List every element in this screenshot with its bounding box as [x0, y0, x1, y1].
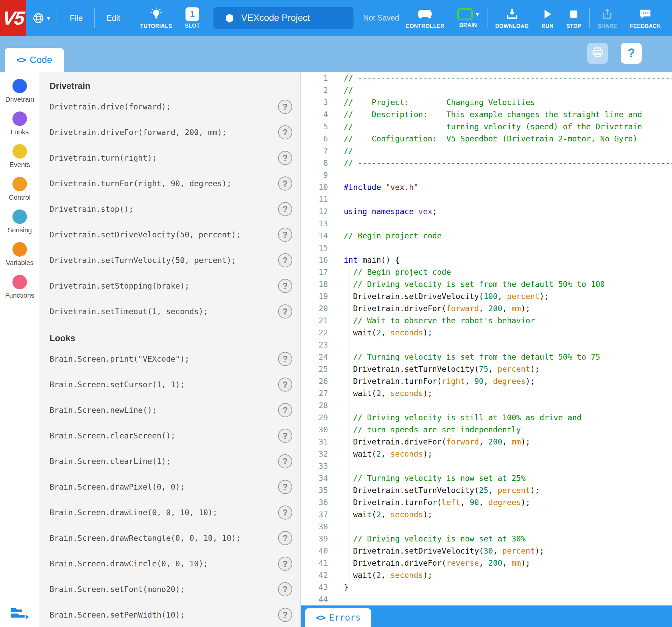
sidebar-item-control[interactable]: Control [0, 177, 40, 201]
tab-code[interactable]: <> Code [5, 48, 64, 72]
command-help-button[interactable]: ? [278, 480, 292, 494]
command-help-button[interactable]: ? [278, 582, 292, 596]
code-line[interactable]: 7// [301, 145, 672, 157]
code-line[interactable]: 22 wait(2, seconds); [301, 327, 672, 339]
command-help-button[interactable]: ? [278, 125, 292, 139]
command-help-button[interactable]: ? [278, 505, 292, 520]
controller-button[interactable]: CONTROLLER [399, 7, 451, 29]
code-line[interactable]: 38 [301, 521, 672, 533]
command-help-button[interactable]: ? [278, 253, 292, 267]
slot-button[interactable]: 1 SLOT [178, 7, 206, 29]
command-help-button[interactable]: ? [278, 227, 292, 242]
brain-button[interactable]: ▾ BRAIN [451, 8, 485, 28]
code-line[interactable]: 39 // Driving velocity is now set at 30% [301, 533, 672, 545]
code-line[interactable]: 6// Configuration: V5 Speedbot (Drivetra… [301, 133, 672, 145]
code-line[interactable]: 2// [301, 84, 672, 96]
command-help-button[interactable]: ? [278, 352, 292, 366]
palette-command-row[interactable]: Drivetrain.stop();? [40, 196, 300, 222]
code-line[interactable]: 24 // Turning velocity is set from the d… [301, 351, 672, 363]
code-line[interactable]: 27 wait(2, seconds); [301, 387, 672, 400]
code-line[interactable]: 28 [301, 400, 672, 411]
code-line[interactable]: 33 [301, 460, 672, 472]
code-line[interactable]: 1// ------------------------------------… [301, 72, 672, 84]
code-line[interactable]: 9 [301, 169, 672, 181]
palette-command-row[interactable]: Drivetrain.drive(forward);? [40, 94, 300, 120]
sidebar-item-sensing[interactable]: Sensing [0, 210, 40, 234]
palette-command-row[interactable]: Brain.Screen.newLine();? [40, 397, 300, 423]
command-help-button[interactable]: ? [278, 378, 292, 392]
code-line[interactable]: 42 wait(2, seconds); [301, 569, 672, 581]
code-line[interactable]: 4// Description: This example changes th… [301, 108, 672, 121]
code-line[interactable]: 35 Drivetrain.setTurnVelocity(25, percen… [301, 484, 672, 496]
sidebar-item-drivetrain[interactable]: Drivetrain [0, 79, 40, 103]
code-line[interactable]: 44 [301, 593, 672, 605]
code-line[interactable]: 25 Drivetrain.setTurnVelocity(75, percen… [301, 363, 672, 375]
command-help-button[interactable]: ? [278, 305, 292, 318]
print-button[interactable] [587, 43, 608, 64]
code-line[interactable]: 36 Drivetrain.turnFor(left, 90, degrees)… [301, 496, 672, 508]
code-line[interactable]: 15 [301, 242, 672, 254]
palette-command-row[interactable]: Brain.Screen.setCursor(1, 1);? [40, 372, 300, 397]
command-help-button[interactable]: ? [278, 100, 292, 114]
code-line[interactable]: 18 // Driving velocity is set from the d… [301, 278, 672, 290]
palette-command-row[interactable]: Brain.Screen.setPenWidth(10);? [40, 602, 300, 627]
palette-command-row[interactable]: Drivetrain.setDriveVelocity(50, percent)… [40, 222, 300, 247]
share-button[interactable]: SHARE [591, 7, 624, 29]
code-line[interactable]: 23 [301, 339, 672, 351]
command-help-button[interactable]: ? [278, 557, 292, 571]
tab-errors[interactable]: <> Errors [305, 608, 371, 627]
code-line[interactable]: 20 Drivetrain.driveFor(forward, 200, mm)… [301, 303, 672, 314]
palette-command-row[interactable]: Brain.Screen.clearScreen();? [40, 423, 300, 449]
code-editor[interactable]: 1// ------------------------------------… [300, 72, 672, 627]
sidebar-item-events[interactable]: Events [0, 144, 40, 169]
code-line[interactable]: 14// Begin project code [301, 230, 672, 242]
code-line[interactable]: 17 // Begin project code [301, 266, 672, 278]
sidebar-item-variables[interactable]: Variables [0, 242, 40, 267]
code-line[interactable]: 12using namespace vex; [301, 206, 672, 218]
code-line[interactable]: 30 // turn speeds are set independently [301, 424, 672, 436]
code-line[interactable]: 43} [301, 581, 672, 593]
code-line[interactable]: 37 wait(2, seconds); [301, 508, 672, 521]
code-line[interactable]: 29 // Driving velocity is still at 100% … [301, 411, 672, 424]
code-line[interactable]: 11 [301, 193, 672, 206]
code-line[interactable]: 32 wait(2, seconds); [301, 448, 672, 460]
edit-menu[interactable]: Edit [96, 14, 130, 23]
palette-command-row[interactable]: Brain.Screen.drawLine(0, 0, 10, 10);? [40, 500, 300, 525]
palette-command-row[interactable]: Brain.Screen.clearLine(1);? [40, 449, 300, 474]
code-line[interactable]: 31 Drivetrain.driveFor(forward, 200, mm)… [301, 436, 672, 448]
command-help-button[interactable]: ? [278, 531, 292, 545]
command-help-button[interactable]: ? [278, 151, 292, 165]
command-help-button[interactable]: ? [278, 403, 292, 417]
palette-command-row[interactable]: Drivetrain.turn(right);? [40, 145, 300, 171]
sidebar-item-functions[interactable]: Functions [0, 275, 40, 299]
code-line[interactable]: 8// ------------------------------------… [301, 157, 672, 169]
sidebar-item-looks[interactable]: Looks [0, 112, 40, 136]
code-line[interactable]: 10#include "vex.h" [301, 181, 672, 193]
vex-logo[interactable]: V5 [0, 0, 26, 36]
palette-command-row[interactable]: Brain.Screen.drawPixel(0, 0);? [40, 474, 300, 500]
code-line[interactable]: 5// turning velocity (speed) of the Driv… [301, 121, 672, 133]
palette-command-row[interactable]: Brain.Screen.print("VEXcode");? [40, 346, 300, 372]
palette-command-row[interactable]: Brain.Screen.setFont(mono20);? [40, 577, 300, 602]
command-help-button[interactable]: ? [278, 608, 292, 622]
tutorials-button[interactable]: TUTORIALS [134, 7, 178, 29]
code-line[interactable]: 19 Drivetrain.setDriveVelocity(100, perc… [301, 290, 672, 303]
palette-command-row[interactable]: Drivetrain.turnFor(right, 90, degrees);? [40, 171, 300, 196]
command-help-button[interactable]: ? [278, 279, 292, 293]
stop-button[interactable]: STOP [560, 7, 588, 29]
code-line[interactable]: 3// Project: Changing Velocities [301, 96, 672, 108]
code-line[interactable]: 16int main() { [301, 254, 672, 266]
language-menu-button[interactable]: ▾ [26, 11, 56, 25]
code-line[interactable]: 21 // Wait to observe the robot's behavi… [301, 314, 672, 327]
help-button[interactable]: ? [621, 43, 642, 64]
palette-command-row[interactable]: Brain.Screen.drawCircle(0, 0, 10);? [40, 551, 300, 577]
palette-command-row[interactable]: Drivetrain.setStopping(brake);? [40, 273, 300, 299]
download-button[interactable]: DOWNLOAD [489, 7, 535, 29]
project-name-field[interactable]: VEXcode Project [213, 7, 354, 29]
command-help-button[interactable]: ? [278, 429, 292, 443]
code-line[interactable]: 13 [301, 218, 672, 230]
code-line[interactable]: 34 // Turning velocity is now set at 25% [301, 472, 672, 484]
palette-command-row[interactable]: Brain.Screen.drawRectangle(0, 0, 10, 10)… [40, 525, 300, 551]
palette-command-row[interactable]: Drivetrain.driveFor(forward, 200, mm);? [40, 120, 300, 145]
code-line[interactable]: 41 Drivetrain.driveFor(reverse, 200, mm)… [301, 557, 672, 569]
